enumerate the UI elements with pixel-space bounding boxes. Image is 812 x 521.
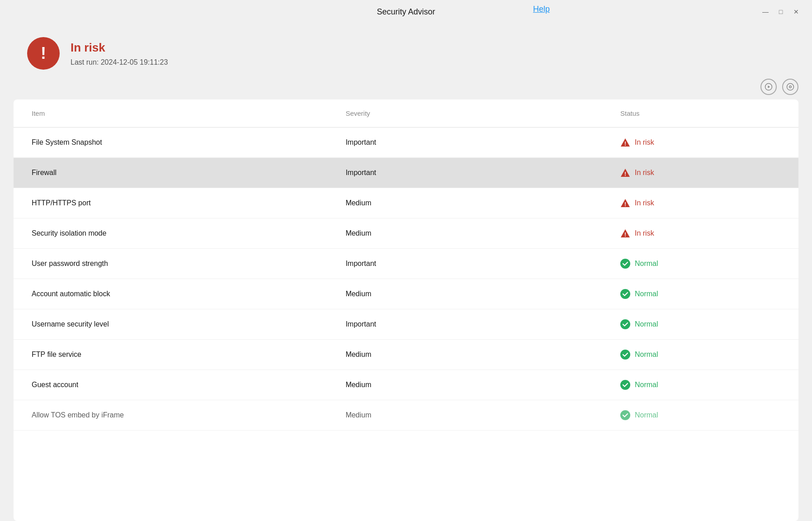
status-icon: ! — [27, 37, 60, 70]
status-text: Normal — [635, 411, 658, 419]
status-text: In risk — [635, 138, 654, 147]
exclamation-icon: ! — [41, 45, 46, 62]
svg-text:!: ! — [624, 171, 626, 177]
cell-severity: Medium — [327, 340, 602, 370]
check-circle-icon — [620, 410, 630, 420]
status-text: In risk — [635, 199, 654, 207]
security-table-container: Item Severity Status File System Snapsho… — [14, 99, 798, 521]
cell-severity: Medium — [327, 370, 602, 400]
cell-severity: Important — [327, 309, 602, 340]
cell-severity: Medium — [327, 400, 602, 431]
cell-severity: Important — [327, 249, 602, 279]
column-header-status: Status — [602, 99, 798, 128]
cell-severity: Medium — [327, 218, 602, 249]
svg-marker-1 — [768, 85, 770, 88]
cell-item: HTTP/HTTPS port — [14, 188, 327, 218]
status-text: Normal — [635, 290, 658, 298]
cell-status: ! In risk — [602, 218, 798, 249]
check-circle-icon — [620, 289, 630, 299]
triangle-svg: ! — [620, 198, 630, 208]
table-row[interactable]: Username security levelImportantNormal — [14, 309, 798, 340]
table-row[interactable]: User password strengthImportantNormal — [14, 249, 798, 279]
cell-severity: Important — [327, 158, 602, 188]
settings-button[interactable] — [782, 79, 798, 95]
svg-point-3 — [789, 86, 792, 88]
toolbar-row — [0, 79, 812, 99]
warning-triangle-icon: ! — [620, 168, 630, 178]
status-text: Normal — [635, 350, 658, 359]
table-row[interactable]: Account automatic blockMediumNormal — [14, 279, 798, 309]
main-window: Security Advisor Help — □ ✕ ! In risk La… — [0, 0, 812, 521]
warning-triangle-icon: ! — [620, 198, 630, 208]
cell-item: Guest account — [14, 370, 327, 400]
status-text: Normal — [635, 260, 658, 268]
cell-item: File System Snapshot — [14, 128, 327, 158]
cell-status: ! In risk — [602, 128, 798, 158]
status-text: In risk — [635, 169, 654, 177]
check-circle-icon — [620, 259, 630, 269]
cell-status: Normal — [602, 309, 798, 340]
table-row[interactable]: Allow TOS embed by iFrameMediumNormal — [14, 400, 798, 431]
cell-severity: Important — [327, 128, 602, 158]
check-circle-icon — [620, 380, 630, 390]
check-circle-icon — [620, 350, 630, 360]
cell-item: Account automatic block — [14, 279, 327, 309]
help-link[interactable]: Help — [533, 5, 550, 14]
table-row[interactable]: FirewallImportant ! In risk — [14, 158, 798, 188]
warning-triangle-icon: ! — [620, 137, 630, 147]
table-row[interactable]: File System SnapshotImportant ! In risk — [14, 128, 798, 158]
cell-status: Normal — [602, 279, 798, 309]
cell-severity: Medium — [327, 188, 602, 218]
svg-text:!: ! — [624, 141, 626, 147]
triangle-svg: ! — [620, 137, 630, 147]
column-header-item: Item — [14, 99, 327, 128]
cell-item: Security isolation mode — [14, 218, 327, 249]
cell-item: User password strength — [14, 249, 327, 279]
svg-text:!: ! — [624, 201, 626, 208]
cell-status: Normal — [602, 340, 798, 370]
title-bar: Security Advisor Help — □ ✕ — [0, 0, 812, 24]
run-button[interactable] — [760, 79, 777, 95]
window-controls: — □ ✕ — [760, 7, 801, 17]
cell-severity: Medium — [327, 279, 602, 309]
status-text: Normal — [635, 381, 658, 389]
security-table: Item Severity Status File System Snapsho… — [14, 99, 798, 431]
table-body: File System SnapshotImportant ! In riskF… — [14, 128, 798, 431]
check-circle-icon — [620, 319, 630, 329]
minimize-button[interactable]: — — [760, 7, 770, 17]
svg-text:!: ! — [624, 232, 626, 238]
table-header: Item Severity Status — [14, 99, 798, 128]
table-row[interactable]: FTP file serviceMediumNormal — [14, 340, 798, 370]
svg-point-2 — [787, 84, 794, 90]
status-header: ! In risk Last run: 2024-12-05 19:11:23 — [0, 24, 812, 79]
window-title: Security Advisor — [377, 7, 435, 17]
cell-status: ! In risk — [602, 158, 798, 188]
column-header-severity: Severity — [327, 99, 602, 128]
table-row[interactable]: HTTP/HTTPS portMedium ! In risk — [14, 188, 798, 218]
close-button[interactable]: ✕ — [791, 7, 801, 17]
cell-item: Allow TOS embed by iFrame — [14, 400, 327, 431]
maximize-button[interactable]: □ — [776, 7, 786, 17]
cell-item: Username security level — [14, 309, 327, 340]
cell-item: Firewall — [14, 158, 327, 188]
table-row[interactable]: Security isolation modeMedium ! In risk — [14, 218, 798, 249]
cell-status: Normal — [602, 400, 798, 431]
status-text-block: In risk Last run: 2024-12-05 19:11:23 — [71, 41, 168, 66]
warning-triangle-icon: ! — [620, 228, 630, 238]
status-text: Normal — [635, 320, 658, 328]
cell-status: Normal — [602, 249, 798, 279]
table-row[interactable]: Guest accountMediumNormal — [14, 370, 798, 400]
triangle-svg: ! — [620, 168, 630, 178]
cell-item: FTP file service — [14, 340, 327, 370]
status-label: In risk — [71, 41, 168, 55]
triangle-svg: ! — [620, 228, 630, 238]
status-text: In risk — [635, 229, 654, 237]
cell-status: ! In risk — [602, 188, 798, 218]
last-run-text: Last run: 2024-12-05 19:11:23 — [71, 58, 168, 66]
cell-status: Normal — [602, 370, 798, 400]
